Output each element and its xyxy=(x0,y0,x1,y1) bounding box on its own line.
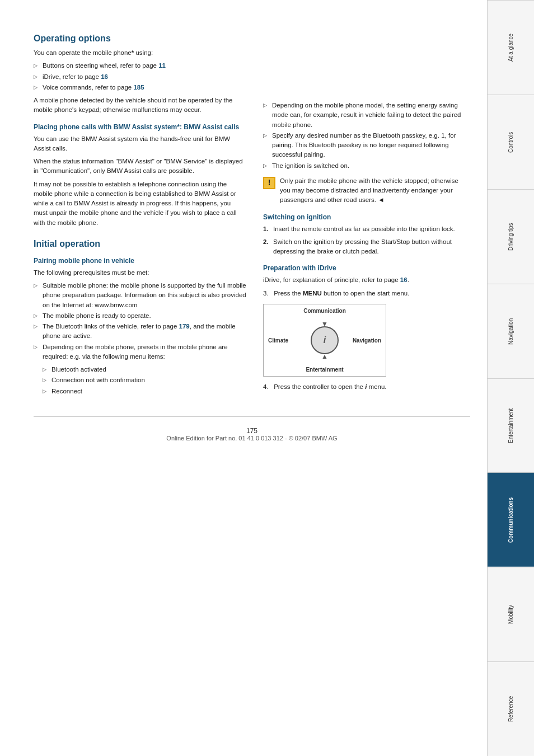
sidebar-tab-navigation[interactable]: Navigation xyxy=(488,284,534,378)
idrive-center-circle: i xyxy=(311,326,339,354)
sub-bullet-reconnect: Reconnect xyxy=(43,387,246,396)
pairing-warning: ! Only pair the mobile phone with the ve… xyxy=(263,176,465,205)
warning-icon: ! xyxy=(263,177,275,189)
operating-options-list: Buttons on steering wheel, refer to page… xyxy=(34,61,246,92)
bmw-assist-body2: When the status information "BMW Assist"… xyxy=(34,157,246,176)
step-2-num: 2. xyxy=(263,237,269,247)
bullet-steering-wheel: Buttons on steering wheel, refer to page… xyxy=(34,61,246,71)
bullet-phone-ready: The mobile phone is ready to operate. xyxy=(34,311,246,321)
bullet-energy-saving: Depending on the mobile phone model, the… xyxy=(263,101,465,130)
operating-options-title: Operating options xyxy=(34,34,246,44)
prep-idrive-title: Preparation with iDrive xyxy=(263,264,465,272)
idrive-left-label: Climate xyxy=(268,337,288,343)
two-column-layout: Operating options You can operate the mo… xyxy=(34,22,470,400)
page-link-185[interactable]: 185 xyxy=(133,84,144,91)
sidebar-tab-mobility[interactable]: Mobility xyxy=(488,567,534,661)
right-bullets: Depending on the mobile phone model, the… xyxy=(263,101,465,171)
menu-word: MENU xyxy=(303,290,322,297)
page-link-11[interactable]: 11 xyxy=(158,62,166,69)
initial-operation-title: Initial operation xyxy=(34,239,246,249)
sub-bullets: Bluetooth activated Connection not with … xyxy=(43,365,246,396)
step-1: 1. Insert the remote control as far as p… xyxy=(263,224,465,234)
operating-options-intro: You can operate the mobile phone* using: xyxy=(34,48,246,58)
idrive-bottom-label: Entertainment xyxy=(306,367,343,373)
pairing-intro: The following prerequisites must be met: xyxy=(34,268,246,278)
page-link-16[interactable]: 16 xyxy=(101,73,108,80)
sidebar: At a glance Controls Driving tips Naviga… xyxy=(487,0,534,756)
prep-idrive-body: iDrive, for explanation of principle, re… xyxy=(263,275,465,285)
bullet-bluetooth-links: The Bluetooth links of the vehicle, refe… xyxy=(34,322,246,341)
step-2: 2. Switch on the ignition by pressing th… xyxy=(263,237,465,257)
pairing-title: Pairing mobile phone in vehicle xyxy=(34,257,246,265)
sidebar-tab-reference[interactable]: Reference xyxy=(488,661,534,756)
sidebar-tab-communications[interactable]: Communications xyxy=(488,472,534,567)
bullet-suitable-phone: Suitable mobile phone: the mobile phone … xyxy=(34,281,246,310)
copyright-text: Online Edition for Part no. 01 41 0 013 … xyxy=(34,435,470,442)
sub-bullet-bluetooth: Bluetooth activated xyxy=(43,365,246,374)
sidebar-tab-entertainment[interactable]: Entertainment xyxy=(488,378,534,473)
switching-steps: 1. Insert the remote control as far as p… xyxy=(263,224,465,257)
bullet-passkey: Specify any desired number as the Blueto… xyxy=(263,131,465,160)
switching-ignition-title: Switching on ignition xyxy=(263,213,465,221)
bmw-assist-title: Placing phone calls with BMW Assist syst… xyxy=(34,123,246,131)
mobile-phone-warning: A mobile phone detected by the vehicle s… xyxy=(34,96,246,115)
left-column: Operating options You can operate the mo… xyxy=(34,22,246,400)
bmw-assist-body1: You can use the BMW Assist system via th… xyxy=(34,134,246,154)
idrive-right-label: Navigation xyxy=(353,337,381,343)
sub-bullet-connection: Connection not with confirmation xyxy=(43,375,246,385)
bullet-presets: Depending on the mobile phone, presets i… xyxy=(34,342,246,362)
bullet-idrive: iDrive, refer to page 16 xyxy=(34,72,246,82)
sidebar-tab-at-a-glance[interactable]: At a glance xyxy=(488,0,534,95)
sidebar-tab-controls[interactable]: Controls xyxy=(488,95,534,189)
main-content: Operating options You can operate the mo… xyxy=(0,0,487,756)
arrow-down-icon: ▲ xyxy=(321,353,328,360)
bullet-ignition-on: The ignition is switched on. xyxy=(263,161,465,171)
bmw-assist-body3: It may not be possible to establish a te… xyxy=(34,180,246,228)
step-4: 4. Press the controller to open the i me… xyxy=(263,382,465,392)
pairing-bullets-left: Suitable mobile phone: the mobile phone … xyxy=(34,281,246,361)
sidebar-tab-driving-tips[interactable]: Driving tips xyxy=(488,189,534,284)
page-link-16b[interactable]: 16 xyxy=(400,276,407,283)
right-col-top-spacer: Depending on the mobile phone model, the… xyxy=(263,101,465,392)
right-column: Depending on the mobile phone model, the… xyxy=(263,22,465,400)
step-1-num: 1. xyxy=(263,224,269,234)
i-menu-icon: i xyxy=(365,383,367,390)
pairing-warning-text: Only pair the mobile phone with the vehi… xyxy=(280,176,465,205)
page-number: 175 xyxy=(34,427,470,435)
idrive-diagram: Communication ▼ Climate i Navigation ▲ E… xyxy=(263,304,386,377)
idrive-top-label: Communication xyxy=(303,308,346,314)
footer: 175 Online Edition for Part no. 01 41 0 … xyxy=(34,416,470,442)
step-3: 3. Press the MENU button to open the sta… xyxy=(263,289,465,298)
bullet-voice: Voice commands, refer to page 185 xyxy=(34,83,246,92)
page-link-179[interactable]: 179 xyxy=(179,323,190,330)
